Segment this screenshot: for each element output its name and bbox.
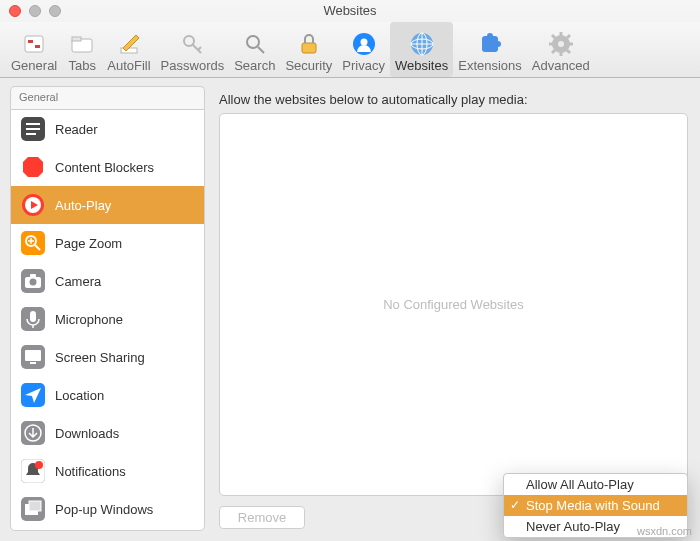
play-icon — [21, 193, 45, 217]
sidebar: General ReaderContent BlockersAuto-PlayP… — [10, 86, 205, 531]
sidebar-item-screen-sharing[interactable]: Screen Sharing — [11, 338, 204, 376]
svg-rect-4 — [72, 37, 81, 41]
svg-point-15 — [487, 33, 493, 39]
svg-rect-22 — [26, 133, 36, 135]
toolbar-general[interactable]: General — [6, 22, 62, 77]
sidebar-item-microphone[interactable]: Microphone — [11, 300, 204, 338]
dropdown-option[interactable]: Allow All Auto-Play — [504, 474, 687, 495]
sidebar-item-label: Content Blockers — [55, 160, 154, 175]
sidebar-item-label: Auto-Play — [55, 198, 111, 213]
toolbar: GeneralTabsAutoFillPasswordsSearchSecuri… — [0, 22, 700, 78]
globe-icon — [408, 30, 436, 58]
toolbar-passwords[interactable]: Passwords — [156, 22, 230, 77]
tabs-icon — [68, 30, 96, 58]
pencil-icon — [115, 30, 143, 58]
empty-state-text: No Configured Websites — [383, 297, 524, 312]
main-heading: Allow the websites below to automaticall… — [219, 92, 688, 107]
sidebar-item-label: Screen Sharing — [55, 350, 145, 365]
sidebar-item-label: Location — [55, 388, 104, 403]
preferences-window: Websites GeneralTabsAutoFillPasswordsSea… — [0, 0, 700, 541]
svg-rect-2 — [35, 45, 40, 48]
main-panel: Allow the websites below to automaticall… — [205, 78, 700, 541]
toolbar-advanced[interactable]: Advanced — [527, 22, 595, 77]
sidebar-item-page-zoom[interactable]: Page Zoom — [11, 224, 204, 262]
svg-point-16 — [495, 41, 501, 47]
camera-icon — [21, 269, 45, 293]
svg-point-7 — [247, 36, 259, 48]
privacy-icon — [350, 30, 378, 58]
sidebar-item-label: Page Zoom — [55, 236, 122, 251]
bell-icon — [21, 459, 45, 483]
toolbar-privacy[interactable]: Privacy — [337, 22, 390, 77]
mic-icon — [21, 307, 45, 331]
svg-rect-32 — [30, 274, 36, 278]
content: General ReaderContent BlockersAuto-PlayP… — [0, 78, 700, 541]
svg-rect-21 — [26, 128, 40, 130]
toolbar-label: Extensions — [458, 58, 522, 73]
toolbar-extensions[interactable]: Extensions — [453, 22, 527, 77]
sidebar-item-label: Microphone — [55, 312, 123, 327]
sidebar-item-auto-play[interactable]: Auto-Play — [11, 186, 204, 224]
toolbar-label: Privacy — [342, 58, 385, 73]
window-controls — [9, 5, 61, 17]
toolbar-security[interactable]: Security — [280, 22, 337, 77]
screen-icon — [21, 345, 45, 369]
zoom-icon — [21, 231, 45, 255]
sidebar-item-camera[interactable]: Camera — [11, 262, 204, 300]
sidebar-item-location[interactable]: Location — [11, 376, 204, 414]
reader-icon — [21, 117, 45, 141]
toolbar-label: Advanced — [532, 58, 590, 73]
watermark: wsxdn.com — [637, 525, 692, 537]
svg-rect-0 — [25, 36, 43, 52]
svg-point-18 — [558, 41, 564, 47]
sidebar-header: General — [10, 86, 205, 109]
sidebar-item-reader[interactable]: Reader — [11, 110, 204, 148]
gear-icon — [547, 30, 575, 58]
toolbar-label: AutoFill — [107, 58, 150, 73]
popup-icon — [21, 497, 45, 521]
dropdown-option[interactable]: Stop Media with Sound — [504, 495, 687, 516]
location-icon — [21, 383, 45, 407]
toolbar-label: Passwords — [161, 58, 225, 73]
svg-rect-20 — [26, 123, 40, 125]
sidebar-item-label: Notifications — [55, 464, 126, 479]
website-list: No Configured Websites — [219, 113, 688, 496]
toolbar-websites[interactable]: Websites — [390, 22, 453, 77]
close-button[interactable] — [9, 5, 21, 17]
sidebar-item-label: Reader — [55, 122, 98, 137]
sidebar-list: ReaderContent BlockersAuto-PlayPage Zoom… — [10, 109, 205, 531]
sidebar-item-pop-up-windows[interactable]: Pop-up Windows — [11, 490, 204, 528]
search-icon — [241, 30, 269, 58]
toolbar-label: Tabs — [69, 58, 96, 73]
remove-button[interactable]: Remove — [219, 506, 305, 529]
puzzle-icon — [476, 30, 504, 58]
toolbar-label: Websites — [395, 58, 448, 73]
svg-marker-23 — [23, 157, 43, 177]
svg-rect-45 — [29, 501, 41, 511]
switch-icon — [20, 30, 48, 58]
minimize-button[interactable] — [29, 5, 41, 17]
download-icon — [21, 421, 45, 445]
sidebar-item-downloads[interactable]: Downloads — [11, 414, 204, 452]
toolbar-label: General — [11, 58, 57, 73]
toolbar-autofill[interactable]: AutoFill — [102, 22, 155, 77]
svg-rect-34 — [30, 311, 36, 322]
svg-rect-37 — [30, 362, 36, 364]
lock-icon — [295, 30, 323, 58]
svg-rect-1 — [28, 40, 33, 43]
sidebar-item-label: Pop-up Windows — [55, 502, 153, 517]
toolbar-search[interactable]: Search — [229, 22, 280, 77]
toolbar-tabs[interactable]: Tabs — [62, 22, 102, 77]
svg-rect-27 — [21, 231, 45, 255]
svg-rect-8 — [302, 43, 316, 53]
sidebar-item-content-blockers[interactable]: Content Blockers — [11, 148, 204, 186]
svg-point-10 — [360, 39, 367, 46]
svg-point-31 — [30, 279, 37, 286]
sidebar-item-notifications[interactable]: Notifications — [11, 452, 204, 490]
titlebar: Websites — [0, 0, 700, 22]
sidebar-item-label: Downloads — [55, 426, 119, 441]
sidebar-item-label: Camera — [55, 274, 101, 289]
toolbar-label: Security — [285, 58, 332, 73]
toolbar-label: Search — [234, 58, 275, 73]
zoom-button[interactable] — [49, 5, 61, 17]
